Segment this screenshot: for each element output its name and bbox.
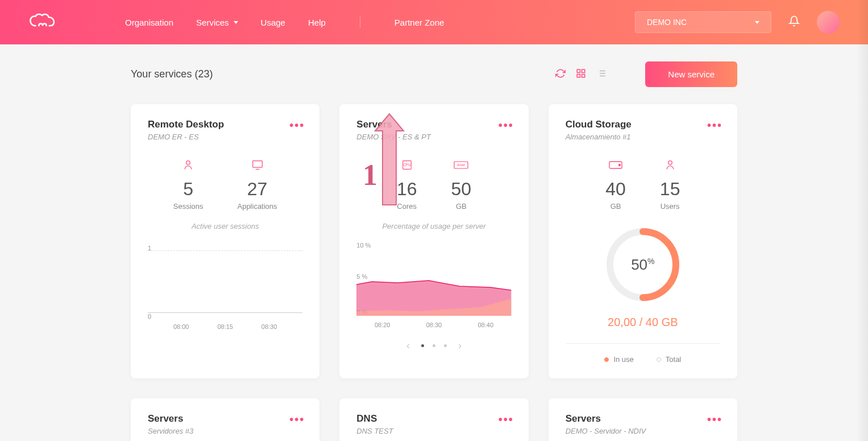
list-view-icon[interactable] — [596, 68, 607, 81]
stat-value: 16 — [397, 179, 417, 200]
card-subtitle: Almacenamiento #1 — [566, 133, 720, 141]
card-subtitle: DEMO ER - ES — [148, 133, 302, 141]
svg-rect-2 — [582, 74, 585, 77]
card-subtitle: DNS TEST — [356, 427, 511, 435]
card-servers[interactable]: Servers DEMO - Servidor - NDIV ••• CPU R… — [549, 398, 737, 441]
disk-icon — [605, 158, 626, 172]
header-bar: Organisation Services Usage Help Partner… — [0, 0, 868, 44]
card-menu-icon[interactable]: ••• — [289, 413, 305, 426]
stat-label: GB — [451, 202, 471, 211]
svg-rect-1 — [582, 69, 585, 72]
card-cloud-storage[interactable]: Cloud Storage Almacenamiento #1 ••• 40 G… — [549, 104, 737, 378]
storage-usage-text: 20,00 / 40 GB — [566, 316, 720, 329]
stat-label: Sessions — [173, 202, 203, 211]
card-caption: Percentage of usage per server — [356, 222, 511, 230]
card-dns[interactable]: DNS DNS TEST ••• — [339, 398, 528, 441]
user-icon — [660, 158, 680, 172]
grid-view-icon[interactable] — [576, 68, 586, 81]
svg-point-18 — [619, 164, 621, 166]
svg-rect-0 — [578, 69, 580, 72]
chevron-down-icon — [234, 21, 238, 24]
svg-point-10 — [186, 161, 190, 165]
card-caption: Active user sessions — [148, 222, 302, 230]
nav-organisation[interactable]: Organisation — [125, 18, 173, 27]
nav-divider — [360, 17, 360, 28]
stat-value: 27 — [237, 179, 277, 200]
stat-value: 40 — [605, 179, 626, 200]
stat-label: Applications — [237, 202, 277, 211]
card-title: Cloud Storage — [566, 119, 720, 130]
card-menu-icon[interactable]: ••• — [499, 413, 514, 426]
card-title: Servers — [566, 413, 720, 424]
pager-prev-icon[interactable]: ‹ — [406, 340, 410, 352]
stat-value: 50 — [451, 179, 471, 200]
pager-next-icon[interactable]: › — [458, 340, 462, 352]
page-title: Your services (23) — [131, 68, 213, 80]
cpu-icon: CPU — [397, 158, 417, 172]
notifications-icon[interactable] — [788, 15, 800, 29]
stat-label: GB — [605, 202, 626, 211]
card-servers[interactable]: Servers DEMO SRV - ES & PT ••• CPU 16 Co… — [339, 104, 528, 378]
card-subtitle: DEMO - Servidor - NDIV — [566, 427, 720, 435]
nav-partner-zone[interactable]: Partner Zone — [394, 18, 445, 27]
legend-inuse: In use — [604, 355, 633, 364]
svg-text:RAM: RAM — [458, 163, 465, 167]
ram-icon: RAM — [451, 158, 471, 172]
new-service-button[interactable]: New service — [645, 61, 737, 87]
sessions-chart: 1 0 08:0008:1508:30 — [148, 245, 302, 330]
stat-value: 5 — [173, 179, 203, 200]
storage-gauge: 50% — [566, 225, 720, 304]
chevron-down-icon — [755, 21, 759, 24]
card-menu-icon[interactable]: ••• — [499, 119, 514, 132]
monitor-icon — [237, 158, 277, 172]
usage-chart: 10 % 5 % 0 % 08:2008:3008:40 — [356, 242, 511, 328]
card-servers[interactable]: Servers Servidores #3 ••• CPU RAM — [131, 398, 319, 441]
svg-rect-3 — [578, 74, 580, 77]
card-menu-icon[interactable]: ••• — [289, 119, 305, 132]
card-title: DNS — [356, 413, 511, 424]
svg-point-19 — [668, 161, 672, 165]
avatar[interactable] — [817, 11, 840, 34]
nav-usage[interactable]: Usage — [261, 18, 285, 27]
svg-rect-11 — [252, 161, 262, 168]
logo[interactable] — [28, 13, 57, 32]
card-subtitle: Servidores #3 — [148, 427, 302, 435]
card-menu-icon[interactable]: ••• — [707, 119, 722, 132]
pager-dot[interactable] — [433, 344, 435, 347]
org-selector[interactable]: DEMO INC — [635, 11, 771, 33]
refresh-icon[interactable] — [555, 68, 566, 81]
stat-label: Cores — [397, 202, 417, 211]
legend-total: Total — [657, 355, 681, 364]
card-subtitle: DEMO SRV - ES & PT — [356, 133, 511, 141]
card-menu-icon[interactable]: ••• — [707, 413, 722, 426]
svg-text:CPU: CPU — [403, 163, 411, 167]
card-title: Servers — [148, 413, 302, 424]
pager-dot[interactable] — [421, 344, 424, 347]
card-title: Servers — [356, 119, 511, 130]
card-remote-desktop[interactable]: Remote Desktop DEMO ER - ES ••• 5 Sessio… — [131, 104, 319, 378]
stat-label: Users — [660, 202, 680, 211]
pager-dot[interactable] — [444, 344, 447, 347]
nav-help[interactable]: Help — [308, 18, 326, 27]
card-title: Remote Desktop — [148, 119, 302, 130]
stat-value: 15 — [660, 179, 680, 200]
nav-services[interactable]: Services — [196, 18, 238, 27]
user-icon — [173, 158, 203, 172]
